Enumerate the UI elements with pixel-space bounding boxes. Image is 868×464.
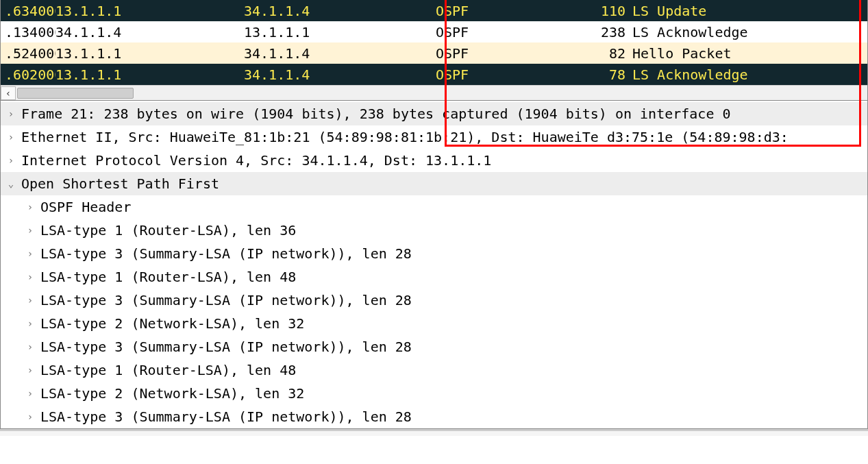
tree-row-lsa[interactable]: › LSA-type 3 (Summary-LSA (IP network)),… bbox=[1, 289, 867, 312]
tree-row-lsa[interactable]: › LSA-type 1 (Router-LSA), len 48 bbox=[1, 358, 867, 382]
cell-destination: 34.1.1.4 bbox=[244, 66, 436, 83]
packet-row[interactable]: .602000 13.1.1.1 34.1.1.4 OSPF 78 LS Ack… bbox=[1, 64, 867, 85]
tree-label: LSA-type 2 (Network-LSA), len 32 bbox=[40, 385, 304, 402]
cell-source: 34.1.1.4 bbox=[55, 24, 244, 40]
cell-time: .602000 bbox=[1, 66, 55, 83]
packet-details-pane: › Frame 21: 238 bytes on wire (1904 bits… bbox=[0, 101, 868, 429]
cell-destination: 34.1.1.4 bbox=[244, 3, 436, 19]
tree-label: Internet Protocol Version 4, Src: 34.1.1… bbox=[21, 152, 491, 169]
tree-label: LSA-type 1 (Router-LSA), len 36 bbox=[40, 222, 296, 239]
packet-list: .634000 13.1.1.1 34.1.1.4 OSPF 110 LS Up… bbox=[0, 0, 868, 101]
chevron-right-icon[interactable]: › bbox=[20, 271, 40, 282]
scroll-track[interactable] bbox=[16, 86, 867, 100]
chevron-right-icon[interactable]: › bbox=[1, 108, 21, 119]
tree-row-lsa[interactable]: › LSA-type 1 (Router-LSA), len 48 bbox=[1, 265, 867, 289]
cell-length: 238 bbox=[583, 24, 632, 40]
chevron-right-icon[interactable]: › bbox=[20, 318, 40, 329]
chevron-right-icon[interactable]: › bbox=[20, 365, 40, 376]
chevron-right-icon[interactable]: › bbox=[1, 132, 21, 143]
cell-destination: 13.1.1.1 bbox=[244, 24, 436, 40]
chevron-right-icon[interactable]: › bbox=[20, 225, 40, 236]
cell-time: .524000 bbox=[1, 45, 55, 62]
tree-row-lsa[interactable]: › LSA-type 1 (Router-LSA), len 36 bbox=[1, 219, 867, 242]
tree-row-lsa[interactable]: › LSA-type 2 (Network-LSA), len 32 bbox=[1, 312, 867, 335]
packet-row[interactable]: .524000 13.1.1.1 34.1.1.4 OSPF 82 Hello … bbox=[1, 42, 867, 64]
cell-info: Hello Packet bbox=[632, 45, 867, 62]
pane-separator[interactable] bbox=[0, 429, 868, 436]
tree-row-ethernet[interactable]: › Ethernet II, Src: HuaweiTe_81:1b:21 (5… bbox=[1, 125, 867, 149]
tree-row-ospf[interactable]: ⌄ Open Shortest Path First bbox=[1, 172, 867, 195]
cell-length: 78 bbox=[583, 66, 632, 83]
cell-protocol: OSPF bbox=[436, 3, 583, 19]
scroll-left-icon[interactable]: ‹ bbox=[1, 86, 16, 100]
scroll-thumb[interactable] bbox=[17, 88, 134, 99]
tree-row-ip[interactable]: › Internet Protocol Version 4, Src: 34.1… bbox=[1, 149, 867, 172]
cell-source: 13.1.1.1 bbox=[55, 3, 244, 19]
cell-time: .634000 bbox=[1, 3, 55, 19]
tree-label: LSA-type 1 (Router-LSA), len 48 bbox=[40, 362, 296, 378]
tree-label: LSA-type 1 (Router-LSA), len 48 bbox=[40, 269, 296, 285]
chevron-right-icon[interactable]: › bbox=[20, 341, 40, 352]
cell-info: LS Update bbox=[632, 3, 867, 19]
cell-source: 13.1.1.1 bbox=[55, 45, 244, 62]
tree-row-lsa[interactable]: › LSA-type 2 (Network-LSA), len 32 bbox=[1, 382, 867, 405]
packet-list-hscrollbar[interactable]: ‹ bbox=[1, 85, 867, 100]
cell-source: 13.1.1.1 bbox=[55, 66, 244, 83]
tree-label: Open Shortest Path First bbox=[21, 175, 219, 192]
chevron-right-icon[interactable]: › bbox=[20, 388, 40, 399]
tree-row-frame[interactable]: › Frame 21: 238 bytes on wire (1904 bits… bbox=[1, 102, 867, 125]
chevron-right-icon[interactable]: › bbox=[20, 248, 40, 259]
tree-row-ospf-header[interactable]: › OSPF Header bbox=[1, 195, 867, 219]
cell-protocol: OSPF bbox=[436, 24, 583, 40]
cell-time: .134000 bbox=[1, 24, 55, 40]
packet-row[interactable]: .134000 34.1.1.4 13.1.1.1 OSPF 238 LS Ac… bbox=[1, 21, 867, 42]
cell-protocol: OSPF bbox=[436, 66, 583, 83]
tree-label: LSA-type 3 (Summary-LSA (IP network)), l… bbox=[40, 408, 412, 425]
chevron-right-icon[interactable]: › bbox=[20, 202, 40, 212]
tree-row-lsa[interactable]: › LSA-type 3 (Summary-LSA (IP network)),… bbox=[1, 335, 867, 358]
tree-label: Frame 21: 238 bytes on wire (1904 bits),… bbox=[21, 106, 731, 122]
tree-label: LSA-type 3 (Summary-LSA (IP network)), l… bbox=[40, 339, 412, 355]
cell-info: LS Acknowledge bbox=[632, 66, 867, 83]
tree-label: Ethernet II, Src: HuaweiTe_81:1b:21 (54:… bbox=[21, 129, 789, 145]
cell-info: LS Acknowledge bbox=[632, 24, 867, 40]
cell-length: 82 bbox=[583, 45, 632, 62]
chevron-right-icon[interactable]: › bbox=[1, 155, 21, 166]
tree-row-lsa[interactable]: › LSA-type 3 (Summary-LSA (IP network)),… bbox=[1, 242, 867, 265]
cell-destination: 34.1.1.4 bbox=[244, 45, 436, 62]
tree-label: LSA-type 3 (Summary-LSA (IP network)), l… bbox=[40, 245, 412, 262]
tree-row-lsa[interactable]: › LSA-type 3 (Summary-LSA (IP network)),… bbox=[1, 405, 867, 428]
cell-protocol: OSPF bbox=[436, 45, 583, 62]
tree-label: LSA-type 2 (Network-LSA), len 32 bbox=[40, 315, 304, 332]
chevron-right-icon[interactable]: › bbox=[20, 411, 40, 422]
tree-label: LSA-type 3 (Summary-LSA (IP network)), l… bbox=[40, 292, 412, 308]
packet-row[interactable]: .634000 13.1.1.1 34.1.1.4 OSPF 110 LS Up… bbox=[1, 0, 867, 21]
chevron-down-icon[interactable]: ⌄ bbox=[1, 178, 21, 189]
tree-label: OSPF Header bbox=[40, 199, 131, 215]
chevron-right-icon[interactable]: › bbox=[20, 295, 40, 306]
cell-length: 110 bbox=[583, 3, 632, 19]
